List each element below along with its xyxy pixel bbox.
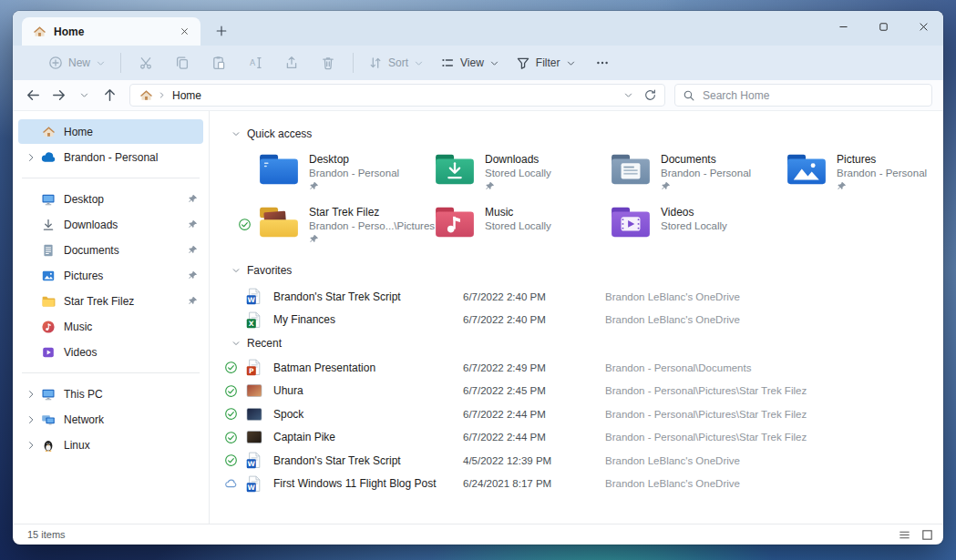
forward-button[interactable] — [46, 83, 71, 108]
sync-check-icon — [224, 453, 239, 467]
sidebar-item-brandon-personal[interactable]: Brandon - Personal — [18, 145, 203, 169]
section-header-quick-access[interactable]: Quick access — [224, 124, 934, 144]
chevron-right-icon[interactable] — [24, 414, 38, 425]
sidebar-item-star-trek-filez[interactable]: Star Trek Filez — [18, 289, 203, 313]
pin-icon — [837, 181, 847, 191]
minimize-button[interactable] — [823, 11, 863, 42]
svg-text:W: W — [248, 296, 256, 304]
sidebar-item-videos[interactable]: Videos — [18, 340, 203, 364]
address-dropdown-button[interactable] — [617, 86, 639, 106]
tile-secondary: Brandon - Personal — [837, 168, 927, 178]
file-date: 6/24/2021 8:17 PM — [463, 478, 605, 489]
chevron-right-icon[interactable] — [24, 389, 38, 400]
sidebar-item-network[interactable]: Network — [18, 407, 203, 432]
search-input[interactable] — [703, 89, 924, 102]
chevron-down-icon — [566, 58, 576, 68]
file-name: Batman Presentation — [273, 361, 463, 374]
tab-title: Home — [54, 25, 175, 38]
sort-button[interactable]: Sort — [360, 49, 432, 76]
quick-access-tile-desktop[interactable]: DesktopBrandon - Personal — [254, 149, 430, 197]
refresh-button[interactable] — [639, 86, 661, 106]
new-button[interactable]: New — [40, 49, 114, 76]
status-bar: 15 items — [13, 524, 943, 545]
tab-close-icon[interactable] — [175, 23, 193, 41]
file-row-brandon-s-star-trek-script[interactable]: WBrandon's Star Trek Script6/7/2022 2:40… — [224, 285, 927, 309]
more-icon — [595, 56, 610, 70]
cut-icon — [139, 56, 153, 70]
sidebar-item-downloads[interactable]: Downloads — [18, 212, 203, 237]
filter-button[interactable]: Filter — [508, 49, 584, 76]
file-row-first-windows-11-flight-blog-post[interactable]: WFirst Windows 11 Flight Blog Post6/24/2… — [224, 473, 927, 496]
toolbar-separator — [353, 53, 354, 73]
thumb-icon — [246, 383, 264, 398]
recent-locations-button[interactable] — [71, 83, 97, 108]
file-date: 6/7/2022 2:45 PM — [463, 385, 605, 396]
section-header-favorites[interactable]: Favorites — [224, 260, 934, 280]
pin-icon[interactable] — [188, 296, 198, 306]
file-row-brandon-s-star-trek-script[interactable]: WBrandon's Star Trek Script4/5/2022 12:3… — [224, 449, 927, 473]
sidebar-item-this-pc[interactable]: This PC — [18, 382, 203, 406]
sync-check-icon — [238, 218, 252, 231]
copy-button[interactable] — [164, 49, 200, 76]
file-row-captain-pike[interactable]: Captain Pike6/7/2022 2:44 PMBrandon - Pe… — [224, 426, 927, 450]
folder-yellow-icon — [40, 294, 57, 309]
section-header-recent[interactable]: Recent — [224, 333, 934, 353]
delete-button[interactable] — [310, 49, 346, 76]
address-bar[interactable]: Home — [129, 84, 665, 107]
file-location: Brandon - Personal\Documents — [605, 362, 927, 373]
tile-text: MusicStored Locally — [485, 205, 551, 231]
pin-icon[interactable] — [188, 219, 198, 229]
pin-icon[interactable] — [188, 194, 198, 204]
back-button[interactable] — [20, 83, 46, 108]
home-icon — [33, 25, 46, 38]
file-date: 4/5/2022 12:39 PM — [463, 455, 605, 466]
quick-access-tile-pictures[interactable]: PicturesBrandon - Personal — [782, 149, 943, 197]
share-button[interactable] — [273, 49, 310, 76]
folder-icon-downloads — [434, 152, 476, 187]
maximize-button[interactable] — [863, 11, 903, 42]
tile-text: DownloadsStored Locally — [485, 152, 551, 195]
sidebar-item-music[interactable]: Music — [18, 314, 203, 339]
file-row-spock[interactable]: Spock6/7/2022 2:44 PMBrandon - Personal\… — [224, 402, 927, 426]
quick-access-tile-videos[interactable]: VideosStored Locally — [606, 202, 782, 249]
file-row-uhura[interactable]: Uhura6/7/2022 2:45 PMBrandon - Personal\… — [224, 380, 927, 403]
search-box[interactable] — [674, 84, 932, 107]
sidebar-item-label: Videos — [64, 346, 198, 359]
pin-icon[interactable] — [188, 245, 198, 255]
tile-title: Desktop — [309, 153, 399, 166]
chevron-right-icon[interactable] — [24, 152, 38, 163]
pin-icon — [661, 181, 671, 191]
quick-access-tile-documents[interactable]: DocumentsBrandon - Personal — [606, 149, 782, 197]
sidebar-item-documents[interactable]: Documents — [18, 238, 203, 262]
file-date: 6/7/2022 2:49 PM — [463, 362, 605, 373]
pin-icon[interactable] — [188, 270, 198, 280]
close-button[interactable] — [903, 11, 943, 42]
rename-button[interactable]: A — [237, 49, 273, 76]
view-icon — [440, 56, 455, 70]
new-tab-button[interactable] — [210, 19, 233, 43]
quick-access-tile-star-trek-filez[interactable]: Star Trek FilezBrandon - Perso...\Pictur… — [254, 202, 430, 249]
sidebar-item-linux[interactable]: Linux — [18, 433, 203, 457]
file-row-my-finances[interactable]: XMy Finances6/7/2022 2:40 PMBrandon LeBl… — [224, 309, 927, 332]
sidebar-item-home[interactable]: Home — [18, 119, 203, 144]
file-row-batman-presentation[interactable]: PBatman Presentation6/7/2022 2:49 PMBran… — [224, 356, 927, 380]
chevron-right-icon[interactable] — [24, 440, 38, 451]
file-date: 6/7/2022 2:40 PM — [463, 314, 605, 325]
up-button[interactable] — [97, 83, 122, 108]
file-explorer-window: Home New A — [13, 11, 943, 545]
more-options-button[interactable] — [584, 49, 621, 76]
quick-access-tile-music[interactable]: MusicStored Locally — [430, 202, 606, 249]
file-excel-icon: X — [246, 311, 264, 329]
paste-button[interactable] — [200, 49, 237, 76]
cut-button[interactable] — [128, 49, 164, 76]
view-button[interactable]: View — [432, 49, 508, 76]
monitor-icon — [40, 387, 57, 402]
sidebar-item-pictures[interactable]: Pictures — [18, 263, 203, 288]
large-icons-view-toggle[interactable] — [920, 528, 934, 542]
item-count: 15 items — [27, 529, 898, 540]
breadcrumb[interactable]: Home — [172, 89, 201, 102]
sidebar-item-desktop[interactable]: Desktop — [18, 187, 203, 211]
quick-access-tile-downloads[interactable]: DownloadsStored Locally — [430, 149, 606, 197]
tab-home[interactable]: Home — [22, 17, 200, 46]
details-view-toggle[interactable] — [898, 528, 911, 542]
